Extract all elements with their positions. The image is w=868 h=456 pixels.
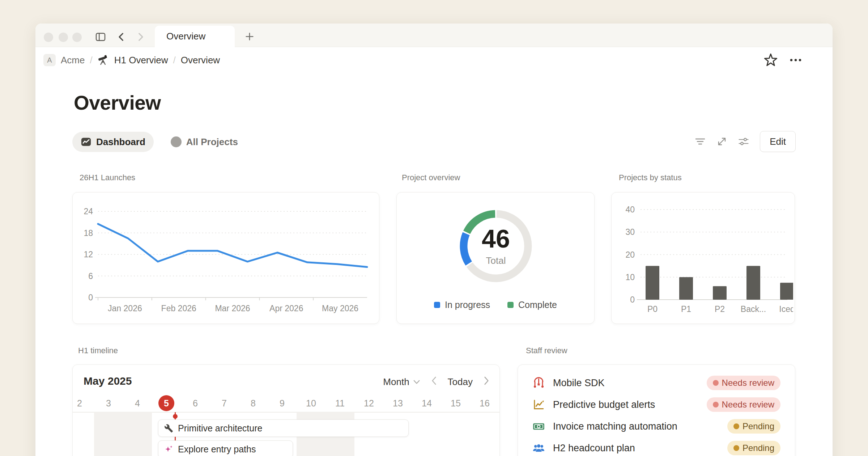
- calendar-day[interactable]: 10: [300, 395, 322, 411]
- calendar-day[interactable]: 2: [72, 395, 90, 411]
- new-tab-icon[interactable]: [244, 31, 255, 42]
- svg-text:20: 20: [625, 250, 635, 259]
- next-period-icon[interactable]: [484, 376, 489, 388]
- svg-text:24: 24: [84, 207, 93, 216]
- staff-review-item[interactable]: Predictive budget alertsNeeds review: [532, 394, 780, 415]
- svg-text:40: 40: [625, 205, 635, 214]
- svg-text:6: 6: [88, 271, 93, 281]
- calendar-day[interactable]: 16: [474, 395, 495, 411]
- back-icon[interactable]: [116, 31, 127, 43]
- breadcrumb: A Acme / H1 Overview / Overview: [43, 51, 220, 69]
- status-dot: [733, 423, 739, 429]
- donut-legend: In progressComplete: [397, 300, 594, 310]
- breadcrumb-current[interactable]: Overview: [181, 55, 220, 66]
- filter-icon[interactable]: [695, 136, 706, 147]
- staff-review-card: Mobile SDKNeeds reviewPredictive budget …: [518, 364, 795, 456]
- browser-tab-active[interactable]: Overview: [155, 26, 235, 47]
- staff-item-label: Invoice matching automation: [553, 421, 727, 432]
- calendar-day[interactable]: 8: [242, 395, 264, 411]
- today-marker-dot: [173, 414, 178, 419]
- status-badge[interactable]: Pending: [727, 419, 780, 434]
- legend-item: In progress: [434, 300, 490, 310]
- calendar-day[interactable]: 6: [184, 395, 206, 411]
- svg-text:P1: P1: [681, 304, 691, 314]
- by-status-card-label: Projects by status: [619, 173, 682, 182]
- tab-all-projects[interactable]: All Projects: [162, 132, 246, 152]
- chart-gold-icon: [532, 398, 545, 411]
- svg-text:0: 0: [630, 295, 635, 304]
- status-badge[interactable]: Needs review: [707, 376, 780, 390]
- calendar-day-today[interactable]: 5: [156, 395, 177, 411]
- traffic-light-minimize[interactable]: [59, 33, 68, 42]
- calendar-day-row: 2345678910111213141516: [73, 395, 499, 412]
- calendar-day[interactable]: 7: [213, 395, 235, 411]
- status-badge[interactable]: Pending: [727, 441, 780, 455]
- staff-item-label: H2 headcount plan: [553, 443, 727, 454]
- prev-period-icon[interactable]: [431, 376, 437, 388]
- traffic-light-zoom[interactable]: [72, 33, 82, 42]
- project-overview-card-label: Project overview: [402, 173, 460, 182]
- calendar-day[interactable]: 9: [271, 395, 293, 411]
- svg-text:P0: P0: [647, 304, 658, 314]
- svg-text:12: 12: [84, 250, 93, 259]
- staff-review-list: Mobile SDKNeeds reviewPredictive budget …: [532, 372, 780, 456]
- view-mode-dropdown[interactable]: Month: [383, 376, 420, 388]
- svg-text:May 2026: May 2026: [322, 304, 358, 313]
- today-button[interactable]: Today: [448, 376, 473, 388]
- timeline-card-label: H1 timeline: [78, 346, 118, 355]
- traffic-light-close[interactable]: [44, 33, 53, 42]
- carousel-red-icon: [532, 377, 545, 389]
- tab-dashboard[interactable]: Dashboard: [72, 132, 154, 152]
- sliders-icon[interactable]: [738, 136, 749, 147]
- tab-dashboard-label: Dashboard: [96, 136, 145, 148]
- staff-review-item[interactable]: Invoice matching automationPending: [532, 415, 780, 437]
- timeline-entry[interactable]: Explore entry paths: [158, 440, 293, 456]
- legend-label: Complete: [518, 300, 557, 310]
- launches-chart-card: 24181260Jan 2026Feb 2026Mar 2026Apr 2026…: [72, 192, 379, 324]
- expand-icon[interactable]: [716, 136, 727, 147]
- staff-review-item[interactable]: H2 headcount planPending: [532, 437, 780, 456]
- timeline-entry-label: Primitive architecture: [178, 423, 262, 434]
- chart-tile-icon: [81, 136, 92, 147]
- svg-text:Mar 2026: Mar 2026: [215, 304, 250, 313]
- by-status-chart-card: 010203040P0P1P2Back...Iced: [611, 192, 795, 324]
- timeline-entry-label: Explore entry paths: [178, 444, 256, 455]
- timeline-entry[interactable]: Primitive architecture: [158, 419, 409, 437]
- breadcrumb-parent[interactable]: H1 Overview: [114, 55, 168, 66]
- svg-text:Jan 2026: Jan 2026: [108, 304, 142, 313]
- wrench-icon: [164, 424, 173, 433]
- staff-review-item[interactable]: Mobile SDKNeeds review: [532, 372, 780, 394]
- legend-item: Complete: [507, 300, 557, 310]
- calendar-day[interactable]: 12: [358, 395, 380, 411]
- status-dot: [733, 445, 739, 451]
- calendar-day[interactable]: 13: [387, 395, 409, 411]
- gray-circle-icon: [171, 136, 182, 147]
- view-tabs: Dashboard All Projects: [72, 132, 246, 152]
- favorite-star-icon[interactable]: [764, 53, 778, 67]
- svg-text:10: 10: [625, 273, 635, 282]
- launches-line-chart: 24181260Jan 2026Feb 2026Mar 2026Apr 2026…: [78, 203, 374, 318]
- screen: Overview A Acme / H1 Overview / Overview…: [0, 0, 868, 456]
- calendar-day[interactable]: 3: [98, 395, 119, 411]
- staff-item-label: Predictive budget alerts: [553, 399, 707, 410]
- donut-total-value: 46: [482, 226, 510, 252]
- status-badge[interactable]: Needs review: [707, 397, 780, 412]
- calendar-day[interactable]: 14: [416, 395, 438, 411]
- breadcrumb-workspace[interactable]: Acme: [61, 55, 85, 66]
- edit-button[interactable]: Edit: [760, 131, 796, 152]
- workspace-badge[interactable]: A: [43, 54, 56, 66]
- launches-card-label: 26H1 Launches: [80, 173, 135, 182]
- sidebar-toggle-icon[interactable]: [95, 31, 106, 43]
- calendar-day[interactable]: 15: [445, 395, 467, 411]
- people-blue-icon: [532, 442, 545, 455]
- calendar-day[interactable]: 4: [127, 395, 148, 411]
- view-controls: Edit: [695, 131, 796, 152]
- timeline-month-title: May 2025: [84, 375, 132, 387]
- more-options-icon[interactable]: [788, 53, 803, 67]
- status-bar-chart: 010203040P0P1P2Back...Iced: [617, 203, 793, 318]
- legend-swatch: [507, 302, 514, 308]
- calendar-day[interactable]: 11: [329, 395, 351, 411]
- tab-all-projects-label: All Projects: [186, 136, 238, 148]
- sparkle-icon: [164, 445, 173, 454]
- forward-icon[interactable]: [135, 31, 146, 43]
